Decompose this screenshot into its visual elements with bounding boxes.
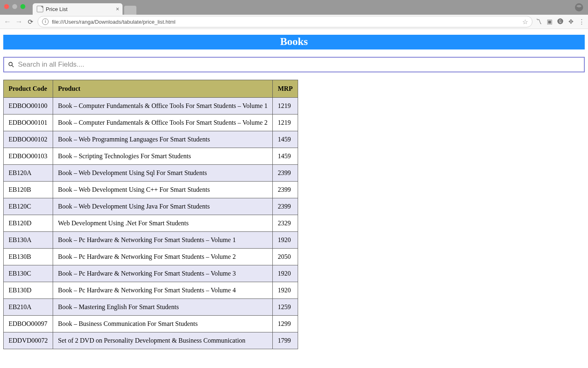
table-row: EDBOO00103Book – Scripting Technologies … <box>4 148 298 165</box>
cell-product: Book – Pc Hardware & Networking For Smar… <box>53 265 273 282</box>
cell-product-code: EB120B <box>4 182 53 198</box>
cell-mrp: 1920 <box>273 265 298 282</box>
cell-product-code: EDDVD00072 <box>4 332 53 349</box>
cell-product-code: EB210A <box>4 299 53 316</box>
cell-product-code: EDBOO00097 <box>4 316 53 332</box>
cell-product: Book – Pc Hardware & Networking For Smar… <box>53 249 273 265</box>
table-row: EDDVD00072Set of 2 DVD on Personality De… <box>4 332 298 349</box>
window-minimize-button[interactable] <box>12 4 17 9</box>
cell-product-code: EDBOO00101 <box>4 114 53 131</box>
tab-close-icon[interactable]: × <box>116 6 119 12</box>
cell-product: Set of 2 DVD on Personality Development … <box>53 332 273 349</box>
address-bar[interactable]: i file:///Users/ranga/Downloads/tabulate… <box>38 16 532 27</box>
site-info-icon[interactable]: i <box>42 18 49 25</box>
cell-mrp: 1920 <box>273 282 298 299</box>
translate-icon[interactable]: 🅖 <box>557 18 564 25</box>
bookmark-star-icon[interactable]: ☆ <box>522 18 528 26</box>
window-close-button[interactable] <box>4 4 9 9</box>
cell-mrp: 2399 <box>273 198 298 215</box>
browser-tab-strip: Price List × <box>0 0 588 15</box>
cell-product-code: EB120A <box>4 165 53 182</box>
browser-toolbar: ← → ⟳ i file:///Users/ranga/Downloads/ta… <box>0 15 588 29</box>
table-row: EB130BBook – Pc Hardware & Networking Fo… <box>4 249 298 265</box>
table-row: EB130DBook – Pc Hardware & Networking Fo… <box>4 282 298 299</box>
reload-button[interactable]: ⟳ <box>26 18 34 26</box>
cell-product: Book – Pc Hardware & Networking For Smar… <box>53 232 273 249</box>
cell-product-code: EB130C <box>4 265 53 282</box>
cell-product-code: EB120D <box>4 215 53 232</box>
profile-avatar-icon[interactable] <box>575 3 583 11</box>
cell-mrp: 1799 <box>273 332 298 349</box>
cell-product: Book – Pc Hardware & Networking For Smar… <box>53 282 273 299</box>
cell-product: Book – Web Development Using Java For Sm… <box>53 198 273 215</box>
table-row: EB120CBook – Web Development Using Java … <box>4 198 298 215</box>
cell-product-code: EB130B <box>4 249 53 265</box>
file-page-icon <box>37 6 43 12</box>
cell-product: Book – Web Programming Languages For Sma… <box>53 131 273 148</box>
window-zoom-button[interactable] <box>20 4 25 9</box>
cell-mrp: 1459 <box>273 148 298 165</box>
cell-product: Book – Scripting Technologies For Smart … <box>53 148 273 165</box>
forward-button[interactable]: → <box>15 18 23 26</box>
col-header-code[interactable]: Product Code <box>4 80 53 98</box>
cell-mrp: 2050 <box>273 249 298 265</box>
table-row: EB130CBook – Pc Hardware & Networking Fo… <box>4 265 298 282</box>
col-header-product[interactable]: Product <box>53 80 273 98</box>
table-row: EB120DWeb Development Using .Net For Sma… <box>4 215 298 232</box>
table-header-row: Product Code Product MRP <box>4 80 298 98</box>
puzzle-extension-icon[interactable]: ✥ <box>568 18 574 25</box>
back-button[interactable]: ← <box>3 18 11 26</box>
search-input[interactable] <box>16 60 581 69</box>
col-header-mrp[interactable]: MRP <box>273 80 298 98</box>
cell-product: Book – Web Development Using Sql For Sma… <box>53 165 273 182</box>
table-row: EDBOO00102Book – Web Programming Languag… <box>4 131 298 148</box>
cell-product-code: EDBOO00100 <box>4 98 53 114</box>
cell-product: Book – Mastering English For Smart Stude… <box>53 299 273 316</box>
cell-mrp: 2399 <box>273 182 298 198</box>
cell-product: Book – Business Communication For Smart … <box>53 316 273 332</box>
cell-product-code: EB120C <box>4 198 53 215</box>
price-table: Product Code Product MRP EDBOO00100Book … <box>3 80 298 349</box>
search-field-wrapper[interactable]: ⚲ <box>3 57 585 72</box>
cell-product-code: EB130D <box>4 282 53 299</box>
cell-product: Web Development Using .Net For Smart Stu… <box>53 215 273 232</box>
trend-extension-icon[interactable]: 〽 <box>536 18 542 25</box>
cell-product: Book – Computer Fundamentals & Office To… <box>53 98 273 114</box>
table-row: EB120BBook – Web Development Using C++ F… <box>4 182 298 198</box>
cell-mrp: 1459 <box>273 131 298 148</box>
cell-product-code: EB130A <box>4 232 53 249</box>
cell-mrp: 1259 <box>273 299 298 316</box>
browser-tab-active[interactable]: Price List × <box>33 3 122 15</box>
cell-mrp: 1219 <box>273 114 298 131</box>
page-title-banner: Books <box>3 35 585 49</box>
window-controls <box>4 4 25 9</box>
cell-product-code: EDBOO00102 <box>4 131 53 148</box>
kebab-menu-icon[interactable]: ⋮ <box>579 18 585 25</box>
browser-tab-title: Price List <box>46 6 118 12</box>
table-row: EDBOO00101Book – Computer Fundamentals &… <box>4 114 298 131</box>
cell-mrp: 1299 <box>273 316 298 332</box>
cell-mrp: 1920 <box>273 232 298 249</box>
cell-mrp: 2399 <box>273 165 298 182</box>
new-tab-button[interactable] <box>124 6 136 15</box>
table-row: EDBOO00100Book – Computer Fundamentals &… <box>4 98 298 114</box>
table-row: EB120ABook – Web Development Using Sql F… <box>4 165 298 182</box>
cell-mrp: 1219 <box>273 98 298 114</box>
cell-product-code: EDBOO00103 <box>4 148 53 165</box>
table-row: EB130ABook – Pc Hardware & Networking Fo… <box>4 232 298 249</box>
panel-extension-icon[interactable]: ▣ <box>547 18 552 25</box>
cell-mrp: 2329 <box>273 215 298 232</box>
cell-product: Book – Web Development Using C++ For Sma… <box>53 182 273 198</box>
table-row: EB210ABook – Mastering English For Smart… <box>4 299 298 316</box>
page-content: Books ⚲ Product Code Product MRP EDBOO00… <box>0 29 588 349</box>
toolbar-icon-group: 〽 ▣ 🅖 ✥ ⋮ <box>536 18 585 25</box>
table-row: EDBOO00097Book – Business Communication … <box>4 316 298 332</box>
address-bar-url: file:///Users/ranga/Downloads/tabulate/p… <box>52 19 519 25</box>
cell-product: Book – Computer Fundamentals & Office To… <box>53 114 273 131</box>
